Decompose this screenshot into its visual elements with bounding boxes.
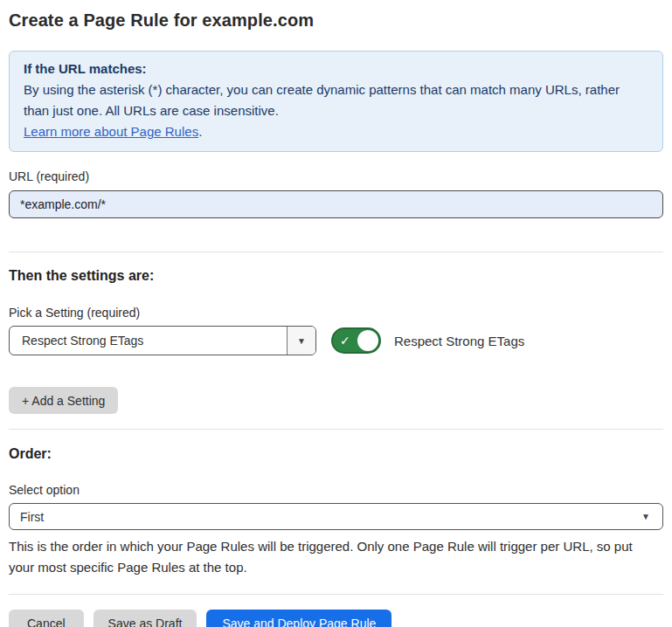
info-box-heading: If the URL matches: (24, 59, 648, 79)
divider (9, 594, 663, 595)
check-icon: ✓ (340, 334, 350, 347)
create-page-rule-form: Create a Page Rule for example.com If th… (0, 10, 672, 627)
pick-setting-label: Pick a Setting (required) (9, 306, 663, 320)
order-select-value: First (20, 510, 44, 524)
add-setting-button[interactable]: + Add a Setting (9, 387, 118, 414)
info-box-body: By using the asterisk (*) character, you… (24, 79, 648, 121)
etags-toggle[interactable]: ✓ (331, 327, 381, 354)
url-input[interactable] (9, 190, 663, 218)
order-select-label: Select option (9, 483, 663, 497)
order-select[interactable]: First ▼ (9, 503, 663, 530)
page-title: Create a Page Rule for example.com (9, 10, 663, 31)
url-field-label: URL (required) (9, 169, 663, 183)
chevron-down-icon: ▼ (641, 512, 650, 521)
cancel-button[interactable]: Cancel (9, 610, 84, 627)
setting-select[interactable]: Respect Strong ETags ▼ (9, 326, 316, 355)
learn-more-link[interactable]: Learn more about Page Rules (24, 124, 198, 139)
order-section-heading: Order: (9, 446, 663, 462)
save-as-draft-button[interactable]: Save as Draft (94, 610, 197, 627)
setting-select-arrow-box[interactable]: ▼ (287, 327, 315, 355)
settings-section-heading: Then the settings are: (9, 268, 663, 284)
url-match-info-box: If the URL matches: By using the asteris… (9, 51, 663, 152)
etags-toggle-label: Respect Strong ETags (394, 334, 524, 348)
info-box-link-line: Learn more about Page Rules. (24, 121, 648, 142)
setting-controls-row: Respect Strong ETags ▼ ✓ Respect Strong … (9, 326, 663, 355)
link-suffix: . (198, 124, 202, 139)
footer-actions: Cancel Save as Draft Save and Deploy Pag… (9, 610, 663, 627)
toggle-knob (357, 330, 378, 351)
divider (9, 251, 663, 252)
order-help-text: This is the order in which your Page Rul… (9, 536, 660, 578)
chevron-down-icon: ▼ (297, 336, 306, 346)
save-and-deploy-button[interactable]: Save and Deploy Page Rule (206, 610, 391, 627)
divider (9, 429, 663, 430)
setting-select-value: Respect Strong ETags (10, 327, 287, 355)
